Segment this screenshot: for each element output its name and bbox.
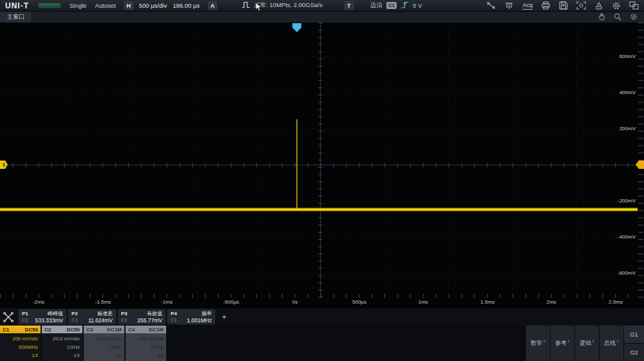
brand-logo: UNI-T	[5, 1, 29, 10]
display-settings-gear-icon[interactable]	[630, 12, 638, 23]
top-toolbar: UNI-T Single Autoset H 500 μs/div 186.00…	[0, 0, 644, 12]
pulse-icon	[242, 1, 251, 10]
measurement-p2[interactable]: P2标准差 C111.624mV	[68, 309, 116, 324]
channel-scale: 20.0 mV/div	[44, 335, 80, 343]
acquire-menu-button[interactable]: A	[208, 1, 217, 10]
run-status-indicator[interactable]	[38, 3, 61, 8]
channel-scale: 200 mV/div	[3, 335, 38, 343]
channel-coupling: DC1M	[149, 327, 164, 333]
channel-bandwidth: 600MHz	[3, 343, 38, 351]
rising-edge-icon	[401, 1, 409, 10]
zoom-magnifier-icon[interactable]	[614, 12, 621, 23]
x-axis-label: -2ms	[24, 299, 53, 305]
acquisition-status[interactable]: 正常: 10MPts, 2.00GSa/s	[242, 1, 323, 10]
measurement-source: C1	[71, 317, 78, 324]
channel1-card[interactable]: C1DC50 200 mV/div 600MHz 1X	[0, 326, 41, 361]
channel-bandwidth: FULL	[128, 343, 164, 351]
x-axis-label: 2ms	[537, 299, 565, 305]
pan-hand-icon[interactable]	[598, 12, 605, 23]
x-axis-label: 500μs	[345, 299, 374, 305]
bus-button[interactable]: 总线+	[600, 326, 623, 361]
reference-button[interactable]: 参考+	[551, 326, 574, 361]
g2-button[interactable]: G2	[624, 344, 644, 361]
acquisition-text: 正常: 10MPts, 2.00GSa/s	[254, 1, 323, 10]
display-tools	[598, 12, 638, 23]
measurement-id: P1	[22, 311, 28, 317]
measure-tool-icon[interactable]	[0, 309, 17, 325]
measurement-id: P2	[71, 311, 78, 317]
channel-bar-spacer	[167, 326, 526, 361]
horizontal-menu-button[interactable]: H	[124, 1, 133, 10]
channel-coupling: DC50	[25, 327, 38, 333]
bus-add-mark: +	[616, 339, 619, 344]
horizontal-offset-value[interactable]: 186.00 μs	[173, 2, 200, 9]
measurement-p1[interactable]: P1峰峰值 C1533.333mV	[19, 309, 66, 324]
g-button-column: G1 G2	[624, 326, 644, 361]
reference-button-label: 参考	[555, 339, 567, 347]
channel-id: C4	[128, 327, 135, 333]
graticule-canvas	[0, 23, 644, 308]
waveform-display[interactable]: 600mV 400mV 200mV -200mV -400mV -600mV -…	[0, 23, 644, 308]
trigger-source-badge: C1	[386, 2, 397, 9]
channel-bandwidth: 1GHz	[44, 343, 80, 351]
x-axis-label: -1ms	[153, 299, 181, 305]
trigger-level-value: 0 V	[413, 2, 422, 9]
window-layout-icon[interactable]	[629, 1, 639, 10]
measurement-source: C1	[22, 317, 28, 324]
single-button[interactable]: Single	[70, 2, 86, 9]
window-tab-bar: 主窗口	[0, 12, 644, 23]
measurement-bar: P1峰峰值 C1533.333mV P2标准差 C111.624mV P3有效值…	[0, 308, 644, 326]
reference-add-mark: +	[567, 339, 570, 344]
trigger-position-marker	[292, 23, 301, 32]
acq-toolbar-button[interactable]: Acq	[522, 2, 533, 10]
x-axis-label: -500μs	[217, 299, 245, 305]
measurement-p4[interactable]: P4频率 C11.001MHz	[167, 309, 215, 324]
y-axis-label: -600mV	[607, 270, 636, 276]
channel-id: C1	[3, 327, 9, 333]
brush-icon[interactable]	[594, 1, 603, 10]
main-window-tab[interactable]: 主窗口	[0, 12, 32, 23]
oscilloscope-app: UNI-T Single Autoset H 500 μs/div 186.00…	[0, 0, 644, 361]
measurement-id: P3	[121, 311, 128, 317]
channel-coupling: DC1M	[107, 327, 122, 333]
measurement-source: C1	[121, 317, 128, 324]
measurement-source: C1	[171, 317, 177, 324]
math-button[interactable]: 数学+	[526, 326, 550, 361]
channel-bar: C1DC50 200 mV/div 600MHz 1X C2DC50 20.0 …	[0, 326, 644, 361]
logic-button[interactable]: 逻辑+	[575, 326, 599, 361]
timebase-value[interactable]: 500 μs/div	[139, 2, 167, 9]
screenshot-icon[interactable]	[576, 1, 586, 10]
trigger-status[interactable]: 边沿 C1 0 V	[370, 1, 422, 10]
print-icon[interactable]	[541, 1, 551, 10]
g1-button[interactable]: G1	[624, 326, 644, 343]
cursor-measure-icon[interactable]	[486, 1, 496, 10]
trigger-menu-button[interactable]: T	[345, 1, 354, 10]
x-axis-label: 1ms	[409, 299, 437, 305]
channel4-card[interactable]: C4DC1M 100 mV/div FULL 1X	[126, 326, 166, 361]
add-measurement-button[interactable]: +	[219, 312, 229, 322]
settings-gear-icon[interactable]	[612, 1, 621, 10]
y-axis-label: 600mV	[607, 54, 636, 59]
channel-scale: 100 mV/div	[128, 335, 164, 343]
measurement-value: 1.001MHz	[187, 317, 212, 324]
channel2-card[interactable]: C2DC50 20.0 mV/div 1GHz 1X	[42, 326, 82, 361]
measurement-id: P4	[171, 311, 177, 317]
x-axis-label: 0s	[281, 299, 309, 305]
save-icon[interactable]	[559, 1, 568, 10]
measurement-p3[interactable]: P3有效值 C1255.77mV	[118, 309, 166, 324]
x-axis-label: 1.5ms	[473, 299, 502, 305]
channel-probe: 1X	[128, 351, 164, 360]
channel-probe: 1X	[86, 351, 122, 360]
channel-probe: 1X	[3, 351, 38, 360]
y-axis-label: -200mV	[607, 198, 636, 204]
channel-id: C2	[44, 327, 51, 333]
y-axis-label: 200mV	[607, 126, 636, 132]
toolbar-icon-group: Acq	[486, 1, 639, 10]
channel-id: C3	[86, 327, 93, 333]
waveform-tools-icon[interactable]	[504, 1, 514, 10]
measurement-value: 533.333mV	[35, 317, 63, 324]
channel3-card[interactable]: C3DC1M 100 mV/div FULL 1X	[84, 326, 124, 361]
measurement-name: 标准差	[97, 311, 113, 317]
y-axis-label: -400mV	[607, 234, 636, 240]
autoset-button[interactable]: Autoset	[95, 2, 115, 9]
